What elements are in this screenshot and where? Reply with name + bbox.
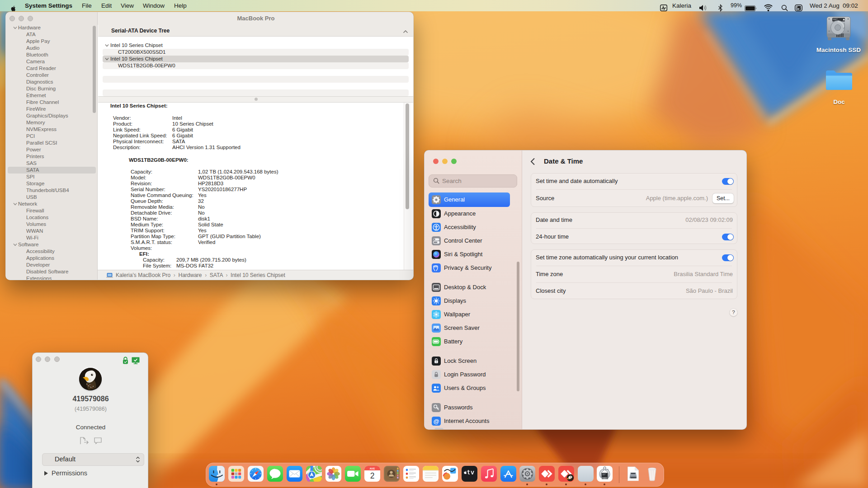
svg-text:@: @ [434, 418, 439, 425]
svg-text:2: 2 [370, 471, 374, 480]
svg-text:AUG: AUG [369, 467, 375, 470]
